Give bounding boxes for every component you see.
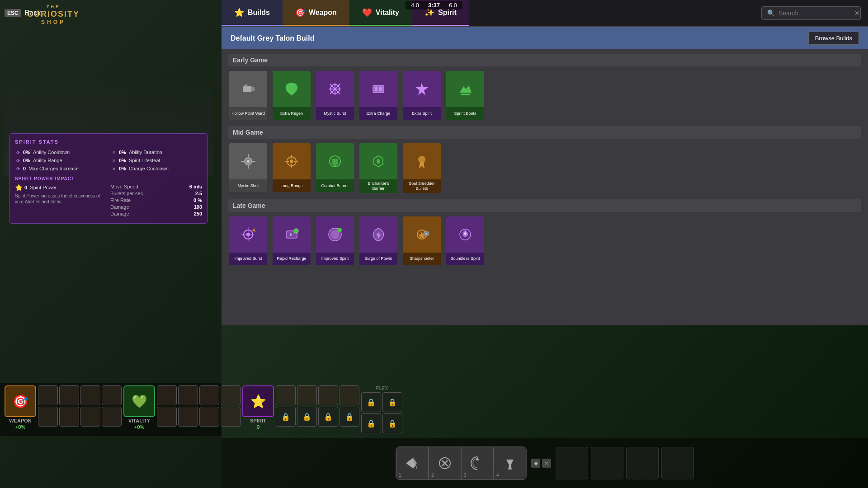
weapon-cell-7 bbox=[80, 407, 100, 427]
mystic-shot-label: Mystic Shot bbox=[229, 179, 267, 192]
vitality-value: +0% bbox=[134, 424, 144, 430]
vitality-icon-area: 💚 bbox=[123, 385, 155, 417]
spirit-stats-grid: ⟳ 0% Ability Cooldown ✕ 0% Ability Durat… bbox=[15, 149, 202, 172]
browse-builds-button[interactable]: Browse Builds bbox=[808, 32, 859, 45]
mid-game-header: Mid Game bbox=[228, 126, 861, 139]
svg-point-36 bbox=[337, 228, 342, 232]
spirit-cell-locked-4: 🔒 bbox=[340, 407, 359, 427]
duration-icon: ✕ bbox=[111, 149, 117, 155]
spirit-item-grid: 🔒 🔒 🔒 🔒 bbox=[276, 385, 359, 433]
stat-charge-cooldown: ✕ 0% Charge Cooldown bbox=[111, 165, 202, 172]
spirit-cell-4 bbox=[340, 385, 359, 405]
skill-slot-2[interactable]: 2 bbox=[429, 447, 461, 479]
flex-cell-4: 🔒 bbox=[382, 413, 402, 433]
empty-slot-4 bbox=[661, 447, 694, 479]
stat-max-charges: ⟳ 0 Max Charges Increase bbox=[15, 165, 106, 172]
item-rapid-recharge[interactable]: Rapid Recharge bbox=[272, 216, 311, 266]
item-long-range[interactable]: Long Range bbox=[272, 142, 311, 194]
stat-ability-cooldown: ⟳ 0% Ability Cooldown bbox=[15, 149, 106, 155]
item-extra-charge[interactable]: Extra Charge bbox=[359, 70, 398, 121]
item-surge-of-power[interactable]: Surge of Power bbox=[359, 216, 398, 266]
skill-slot-3[interactable]: 3 bbox=[461, 447, 494, 479]
vitality-cell-2 bbox=[178, 385, 198, 405]
search-close-icon[interactable]: ✕ bbox=[854, 9, 860, 17]
hollow-point-icon bbox=[229, 71, 267, 107]
tab-spirit-label: Spirit bbox=[438, 9, 457, 17]
search-box[interactable]: 🔍 ✕ bbox=[761, 6, 861, 20]
extra-regen-label: Extra Regen bbox=[273, 107, 311, 120]
svg-rect-8 bbox=[373, 85, 384, 93]
spirit-power-desc: Spirit Power increases the effectiveness… bbox=[15, 193, 107, 205]
surge-of-power-icon bbox=[359, 216, 397, 253]
item-combat-barrier[interactable]: Combat Barrier bbox=[315, 142, 355, 194]
item-sharpshooter[interactable]: Sharpshooter bbox=[402, 216, 442, 266]
vitality-cell-6 bbox=[178, 407, 198, 427]
early-game-items: Hollow Point Ward Extra Regen bbox=[228, 70, 861, 121]
surge-of-power-label: Surge of Power bbox=[359, 253, 397, 265]
skill-slot-1[interactable]: 1 bbox=[396, 447, 429, 479]
long-range-icon bbox=[273, 143, 311, 179]
extra-regen-icon bbox=[273, 71, 311, 107]
search-input[interactable] bbox=[778, 9, 851, 17]
mystic-shot-icon bbox=[229, 143, 267, 179]
charges-icon: ⟳ bbox=[15, 165, 21, 172]
special-icon-1: ◆ bbox=[531, 459, 540, 468]
weapon-label: WEAPON bbox=[9, 418, 32, 423]
equip-main-row: 🎯 WEAPON +0% bbox=[0, 383, 222, 436]
extra-charge-icon bbox=[359, 71, 397, 107]
spirit-cell-1 bbox=[276, 385, 296, 405]
item-improved-burst[interactable]: Improved Burst bbox=[228, 216, 268, 266]
tab-weapon[interactable]: 🎯 Weapon bbox=[283, 0, 349, 26]
item-extra-regen[interactable]: Extra Regen bbox=[272, 70, 311, 121]
early-game-phase: Early Game Hollow Point Ward bbox=[228, 54, 861, 121]
svg-marker-33 bbox=[252, 228, 255, 232]
item-hollow-point-ward[interactable]: Hollow Point Ward bbox=[228, 70, 268, 121]
soul-shredder-icon bbox=[403, 143, 441, 179]
item-soul-shredder[interactable]: Soul Shredder Bullets bbox=[402, 142, 442, 194]
back-button[interactable]: ESC Back bbox=[5, 9, 41, 17]
spirit-icon: ⭐ bbox=[250, 394, 266, 409]
stat-ability-duration: ✕ 0% Ability Duration bbox=[111, 149, 202, 155]
svg-rect-10 bbox=[379, 87, 382, 91]
tab-vitality[interactable]: ❤️ Vitality bbox=[349, 0, 412, 26]
long-range-label: Long Range bbox=[273, 179, 311, 192]
combat-barrier-label: Combat Barrier bbox=[316, 179, 354, 192]
vitality-cell-1 bbox=[157, 385, 177, 405]
skill-slot-4[interactable]: 4 bbox=[494, 447, 526, 479]
item-improved-spirit[interactable]: Improved Spirit bbox=[315, 216, 355, 266]
tab-builds[interactable]: ⭐ Builds bbox=[222, 0, 283, 26]
combat-barrier-icon bbox=[316, 143, 354, 179]
mystic-burst-label: Mystic Burst bbox=[316, 107, 354, 120]
item-sprint-boots[interactable]: Sprint Boots bbox=[445, 70, 485, 121]
flex-title: FLEX bbox=[376, 385, 388, 391]
spirit-label: SPIRIT bbox=[250, 418, 266, 423]
shop-panel: ⭐ Builds 🎯 Weapon ❤️ Vitality ✨ Spirit 🔍… bbox=[222, 0, 868, 325]
item-mystic-burst[interactable]: Mystic Burst bbox=[315, 70, 355, 121]
sprint-boots-label: Sprint Boots bbox=[446, 107, 484, 120]
spirit-stats-title: SPIRIT STATS bbox=[15, 139, 202, 145]
improved-burst-label: Improved Burst bbox=[229, 253, 267, 265]
soul-shredder-label: Soul Shredder Bullets bbox=[403, 179, 441, 193]
stat-label-charges: Max Charges Increase bbox=[28, 166, 79, 171]
stat-label-charge-cd: Charge Cooldown bbox=[129, 166, 169, 171]
item-mystic-shot[interactable]: Mystic Shot bbox=[228, 142, 268, 194]
empty-slot-2 bbox=[591, 447, 623, 479]
flex-cell-2: 🔒 bbox=[382, 392, 402, 412]
mid-game-items: Mystic Shot Long Range bbox=[228, 142, 861, 194]
item-boundless-spirit[interactable]: Boundless Spirit bbox=[445, 216, 485, 266]
item-enchanters-barrier[interactable]: Enchanter's Barrier bbox=[359, 142, 398, 194]
vitality-label: VITALITY bbox=[128, 418, 150, 423]
skill-group-active: 1 2 3 4 bbox=[396, 446, 527, 480]
lifesteal-icon: ✕ bbox=[111, 157, 117, 164]
sharpshooter-label: Sharpshooter bbox=[403, 253, 441, 265]
item-extra-spirit[interactable]: Extra Spirit bbox=[402, 70, 442, 121]
svg-point-40 bbox=[425, 233, 427, 235]
rapid-recharge-label: Rapid Recharge bbox=[273, 253, 311, 265]
search-container: 🔍 ✕ bbox=[754, 0, 868, 26]
spirit-power-left: ⭐ 0 Spirit Power Spirit Power increases … bbox=[15, 184, 107, 218]
vitality-equip-slot: 💚 VITALITY +0% bbox=[123, 385, 155, 433]
flex-section: FLEX 🔒 🔒 🔒 🔒 bbox=[361, 385, 402, 433]
spirit-cell-3 bbox=[318, 385, 338, 405]
charge-cd-icon: ✕ bbox=[111, 165, 117, 172]
left-panel: ESC Back THE CURIOSITY SHOP SPIRIT STATS… bbox=[0, 0, 222, 488]
